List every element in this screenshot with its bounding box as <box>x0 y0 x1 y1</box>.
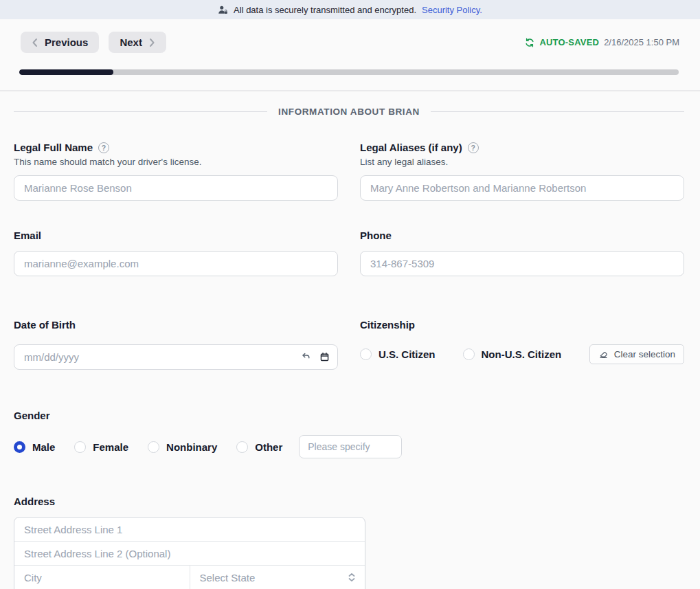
phone-label: Phone <box>360 230 392 241</box>
chevron-right-icon <box>149 38 155 47</box>
security-banner: All data is securely transmitted and enc… <box>0 0 700 19</box>
clear-selection-button[interactable]: Clear selection <box>589 344 684 364</box>
autosave-status: AUTO-SAVED 2/16/2025 1:50 PM <box>525 37 679 47</box>
section-title: INFORMATION ABOUT BRIAN <box>278 107 420 117</box>
email-label: Email <box>14 230 41 241</box>
city-input[interactable] <box>14 566 190 589</box>
chevron-up-down-icon <box>347 572 357 583</box>
email-input[interactable] <box>14 251 338 276</box>
gender-option-female[interactable]: Female <box>74 441 128 453</box>
radio-icon <box>463 348 475 360</box>
legal-aliases-label: Legal Aliases (if any) <box>360 142 462 153</box>
section-divider-right <box>431 111 684 112</box>
section-header: INFORMATION ABOUT BRIAN <box>14 107 684 117</box>
field-address: Address Select State <box>14 496 684 589</box>
calendar-icon[interactable] <box>319 352 330 362</box>
gender-option-male[interactable]: Male <box>14 441 55 453</box>
next-button[interactable]: Next <box>109 32 166 53</box>
progress-section <box>0 53 700 75</box>
field-legal-full-name: Legal Full Name ? This name should match… <box>14 142 338 201</box>
address-label: Address <box>14 496 55 507</box>
dob-label: Date of Birth <box>14 319 76 331</box>
gender-radio <box>14 441 25 453</box>
row-email-phone: Email Phone <box>14 230 684 276</box>
legal-full-name-input[interactable] <box>14 175 338 201</box>
gender-other-input[interactable] <box>299 435 402 458</box>
street-address-1-input[interactable] <box>14 518 365 541</box>
legal-aliases-hint: List any legal aliases. <box>360 157 684 167</box>
phone-input[interactable] <box>360 251 684 276</box>
citizenship-option-non-us[interactable]: Non-U.S. Citizen <box>463 348 562 360</box>
eraser-icon <box>598 349 609 359</box>
gender-label: Gender <box>14 410 50 421</box>
field-email: Email <box>14 230 338 276</box>
citizenship-option-us[interactable]: U.S. Citizen <box>360 348 436 360</box>
clear-selection-label: Clear selection <box>614 349 675 359</box>
street-address-2-input[interactable] <box>14 542 365 565</box>
next-button-label: Next <box>120 36 142 48</box>
radio-icon <box>360 348 372 360</box>
field-dob: Date of Birth <box>14 319 338 370</box>
field-gender: Gender Male Female Nonbinary Other <box>14 410 684 458</box>
user-lock-icon <box>218 5 228 15</box>
autosave-label: AUTO-SAVED <box>539 37 599 47</box>
header-bar: Previous Next AUTO-SAVED 2/16/2025 1:50 … <box>0 19 700 53</box>
gender-option-nonbinary[interactable]: Nonbinary <box>148 441 217 453</box>
refresh-icon <box>525 38 534 47</box>
help-icon[interactable]: ? <box>468 142 479 153</box>
state-select-value: Select State <box>200 572 256 584</box>
field-phone: Phone <box>360 230 684 276</box>
gender-radio <box>74 441 86 453</box>
autosave-timestamp: 2/16/2025 1:50 PM <box>604 37 679 47</box>
security-policy-link[interactable]: Security Policy. <box>422 5 482 15</box>
gender-option-other[interactable]: Other <box>236 441 282 453</box>
legal-full-name-hint: This name should match your driver's lic… <box>14 157 338 167</box>
undo-icon[interactable] <box>301 352 311 362</box>
progress-fill <box>19 69 113 75</box>
gender-radio <box>148 441 159 453</box>
section-divider-left <box>14 111 267 112</box>
legal-full-name-label: Legal Full Name <box>14 142 93 153</box>
legal-aliases-input[interactable] <box>360 175 684 201</box>
field-legal-aliases: Legal Aliases (if any) ? List any legal … <box>360 142 684 201</box>
row-name-aliases: Legal Full Name ? This name should match… <box>14 142 684 201</box>
chevron-left-icon <box>32 38 38 47</box>
progress-bar <box>19 69 679 75</box>
security-banner-text: All data is securely transmitted and enc… <box>234 5 416 15</box>
dob-input[interactable] <box>14 344 338 370</box>
help-icon[interactable]: ? <box>98 142 109 153</box>
gender-radio <box>236 441 248 453</box>
address-group: Select State <box>14 517 365 589</box>
field-citizenship: Citizenship U.S. Citizen Non-U.S. Citize… <box>360 319 684 370</box>
previous-button[interactable]: Previous <box>21 32 99 53</box>
previous-button-label: Previous <box>45 36 88 48</box>
form-main: INFORMATION ABOUT BRIAN Legal Full Name … <box>0 91 700 589</box>
citizenship-label: Citizenship <box>360 319 415 331</box>
state-select[interactable]: Select State <box>190 566 365 589</box>
row-dob-citizenship: Date of Birth <box>14 319 684 370</box>
